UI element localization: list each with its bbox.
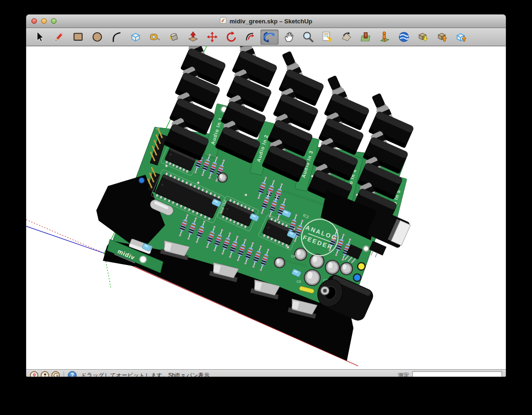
mounting-hole bbox=[363, 246, 369, 251]
divider bbox=[64, 372, 64, 377]
line-icon bbox=[53, 31, 65, 43]
paint-bucket-icon bbox=[168, 31, 180, 43]
led-yellow bbox=[358, 263, 365, 270]
window-title: midiv_green.skp – SketchUp bbox=[230, 18, 312, 25]
minimize-button[interactable] bbox=[41, 18, 47, 24]
make-component-icon bbox=[129, 31, 142, 43]
help-icon[interactable]: ? bbox=[68, 371, 77, 378]
measurement-input[interactable] bbox=[412, 371, 502, 377]
zoom-extents-icon bbox=[321, 31, 333, 43]
tool-share-model-button[interactable] bbox=[433, 29, 451, 45]
pan-icon bbox=[283, 31, 295, 43]
tool-push-pull-button[interactable] bbox=[184, 29, 202, 45]
rotate-icon bbox=[225, 31, 237, 43]
ref-label-c4: C4 bbox=[291, 255, 295, 258]
tool-add-location-button[interactable] bbox=[356, 29, 374, 45]
push-pull-icon bbox=[187, 31, 199, 43]
tool-paint-bucket-button[interactable] bbox=[165, 29, 183, 45]
close-button[interactable] bbox=[31, 18, 37, 24]
tool-arc-button[interactable] bbox=[107, 29, 125, 45]
google-account-icon[interactable] bbox=[51, 371, 60, 377]
tool-line-button[interactable] bbox=[50, 29, 68, 45]
electrolytic-capacitor bbox=[218, 173, 227, 182]
tool-previous-button[interactable] bbox=[337, 29, 355, 45]
tool-select-button[interactable] bbox=[30, 29, 49, 45]
move-icon bbox=[206, 31, 218, 43]
orbit-icon bbox=[264, 31, 276, 43]
previous-icon bbox=[340, 31, 352, 43]
solder-pad bbox=[245, 194, 247, 196]
document-icon bbox=[220, 17, 227, 25]
rectangle-icon bbox=[72, 31, 84, 43]
tool-offset-button[interactable] bbox=[241, 29, 259, 45]
zoom-button[interactable] bbox=[51, 18, 57, 24]
red-axis-negative bbox=[26, 220, 104, 253]
tool-orbit-button[interactable] bbox=[260, 29, 279, 45]
electrolytic-capacitor bbox=[295, 248, 307, 260]
offset-icon bbox=[244, 31, 257, 43]
arc-icon bbox=[110, 31, 122, 43]
position-camera-icon bbox=[379, 31, 391, 43]
status-hint: ドラッグしてオービットします。Shift = パン表示 bbox=[81, 372, 209, 378]
share-component-icon bbox=[455, 31, 467, 43]
tool-zoom-extents-button[interactable] bbox=[318, 29, 336, 45]
ref-label-c3: C3 bbox=[297, 280, 301, 283]
tool-move-button[interactable] bbox=[203, 29, 221, 45]
model-viewport[interactable]: Audio In 1Audio In 2Audio In 3Audio In 4… bbox=[26, 46, 506, 369]
status-bar: ? ドラッグしてオービットします。Shift = パン表示 測定 bbox=[26, 369, 506, 377]
electrolytic-capacitor bbox=[274, 258, 285, 268]
tool-get-models-button[interactable] bbox=[414, 29, 432, 45]
svg-text:C3: C3 bbox=[297, 280, 301, 283]
sketchup-window: midiv_green.skp – SketchUp Audio In 1Aud… bbox=[26, 14, 506, 377]
electrolytic-capacitor bbox=[340, 263, 352, 275]
tool-pan-button[interactable] bbox=[280, 29, 298, 45]
solder-pad bbox=[197, 182, 200, 184]
toolbar bbox=[26, 28, 506, 46]
electrolytic-capacitor bbox=[310, 254, 324, 268]
led-blue-small bbox=[139, 178, 144, 183]
add-location-icon bbox=[359, 31, 372, 43]
tool-share-component-button[interactable] bbox=[452, 29, 470, 45]
select-icon bbox=[34, 31, 46, 43]
geolocation-icon[interactable] bbox=[30, 371, 38, 377]
tool-position-camera-button[interactable] bbox=[375, 29, 394, 45]
scene-canvas[interactable]: Audio In 1Audio In 2Audio In 3Audio In 4… bbox=[26, 46, 506, 367]
measurement-label: 測定 bbox=[398, 372, 409, 378]
tool-tape-measure-button[interactable] bbox=[145, 29, 164, 45]
electrolytic-capacitor bbox=[304, 270, 320, 286]
title-bar[interactable]: midiv_green.skp – SketchUp bbox=[26, 14, 506, 28]
share-model-icon bbox=[436, 31, 448, 43]
svg-text:C4: C4 bbox=[291, 255, 295, 258]
tool-zoom-button[interactable] bbox=[299, 29, 317, 45]
tool-rectangle-button[interactable] bbox=[69, 29, 87, 45]
window-controls bbox=[31, 14, 57, 28]
pcb-model[interactable]: Audio In 1Audio In 2Audio In 3Audio In 4… bbox=[96, 46, 414, 361]
google-earth-icon bbox=[398, 31, 410, 43]
tool-circle-button[interactable] bbox=[88, 29, 106, 45]
blue-axis bbox=[26, 226, 104, 253]
led-blue bbox=[353, 274, 361, 281]
tool-make-component-button[interactable] bbox=[126, 29, 144, 45]
tape-measure-icon bbox=[149, 31, 161, 43]
tool-google-earth-button[interactable] bbox=[395, 29, 413, 45]
get-models-icon bbox=[417, 31, 429, 43]
claim-credit-icon[interactable] bbox=[41, 371, 49, 377]
tool-rotate-button[interactable] bbox=[222, 29, 240, 45]
electrolytic-capacitor bbox=[325, 260, 339, 274]
zoom-icon bbox=[302, 31, 314, 43]
circle-icon bbox=[91, 31, 103, 43]
